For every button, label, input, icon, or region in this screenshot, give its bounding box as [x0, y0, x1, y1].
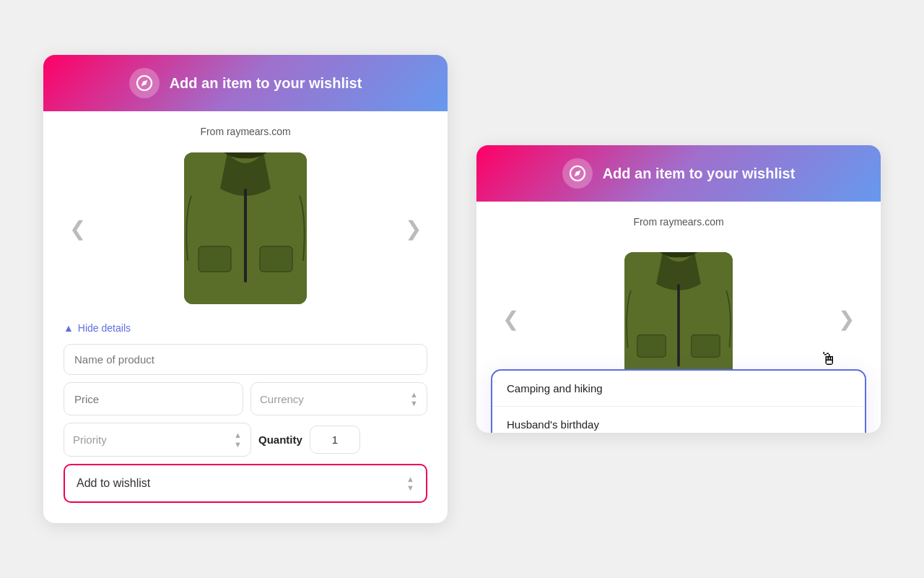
- left-next-arrow[interactable]: ❯: [399, 211, 427, 246]
- priority-quantity-row: Priority ▲▼ Quantity: [64, 423, 427, 456]
- right-jacket-image: [624, 252, 733, 386]
- quantity-label: Quantity: [258, 434, 302, 446]
- right-next-arrow[interactable]: ❯: [832, 301, 860, 337]
- right-header: Add an item to your wishlist: [476, 145, 881, 202]
- wishlist-item-label: Camping and hiking: [507, 382, 603, 394]
- product-name-input[interactable]: [64, 344, 427, 375]
- svg-marker-7: [574, 171, 580, 176]
- left-header: Add an item to your wishlist: [43, 55, 448, 111]
- svg-rect-10: [637, 335, 666, 357]
- left-header-title: Add an item to your wishlist: [170, 75, 362, 92]
- compass-icon: [129, 68, 160, 98]
- right-prev-arrow[interactable]: ❮: [497, 301, 525, 337]
- add-wishlist-arrows: ▲▼: [406, 475, 414, 492]
- quantity-input[interactable]: [310, 426, 360, 454]
- svg-marker-1: [141, 80, 147, 86]
- svg-rect-9: [677, 284, 680, 367]
- currency-select[interactable]: Currency ▲▼: [250, 382, 427, 415]
- left-card-body: From raymears.com ❮: [43, 111, 448, 523]
- priority-label: Priority: [73, 434, 107, 446]
- wishlist-dropdown: Camping and hikingHusband's birthdayName…: [491, 369, 866, 433]
- left-carousel: ❮ ❯: [64, 149, 427, 308]
- quantity-row: Quantity: [258, 423, 427, 456]
- price-input[interactable]: [64, 382, 243, 415]
- currency-arrows: ▲▼: [410, 390, 418, 407]
- svg-rect-4: [199, 246, 231, 272]
- right-header-title: Add an item to your wishlist: [603, 165, 796, 182]
- right-from-source: From raymears.com: [497, 216, 860, 228]
- add-to-wishlist-button[interactable]: Add to wishlist ▲▼: [64, 464, 427, 503]
- add-to-wishlist-label: Add to wishlist: [77, 477, 150, 490]
- hide-details-toggle[interactable]: ▲ Hide details: [64, 322, 131, 334]
- svg-rect-11: [692, 335, 720, 357]
- svg-rect-3: [244, 189, 247, 282]
- svg-rect-5: [260, 246, 292, 272]
- left-jacket-image: [184, 152, 307, 304]
- wishlist-item-label: Husband's birthday: [507, 418, 599, 431]
- priority-arrows: ▲▼: [234, 431, 242, 448]
- wishlist-item[interactable]: Husband's birthday: [492, 407, 865, 433]
- currency-label: Currency: [260, 393, 304, 405]
- right-card: Add an item to your wishlist From raymea…: [476, 145, 881, 433]
- chevron-up-icon: ▲: [64, 322, 74, 334]
- wishlist-item[interactable]: Camping and hiking: [492, 371, 865, 407]
- wishlist-list: Camping and hikingHusband's birthdayName…: [492, 371, 865, 433]
- priority-select[interactable]: Priority ▲▼: [64, 423, 251, 456]
- left-card: Add an item to your wishlist From raymea…: [43, 55, 448, 523]
- left-form: Currency ▲▼ Priority ▲▼ Quantity: [64, 344, 427, 503]
- right-card-body: From raymears.com ❮ ❯ Cam: [476, 202, 881, 433]
- left-from-source: From raymears.com: [64, 126, 427, 137]
- left-prev-arrow[interactable]: ❮: [64, 211, 92, 246]
- price-currency-row: Currency ▲▼: [64, 382, 427, 415]
- right-compass-icon: [562, 158, 593, 189]
